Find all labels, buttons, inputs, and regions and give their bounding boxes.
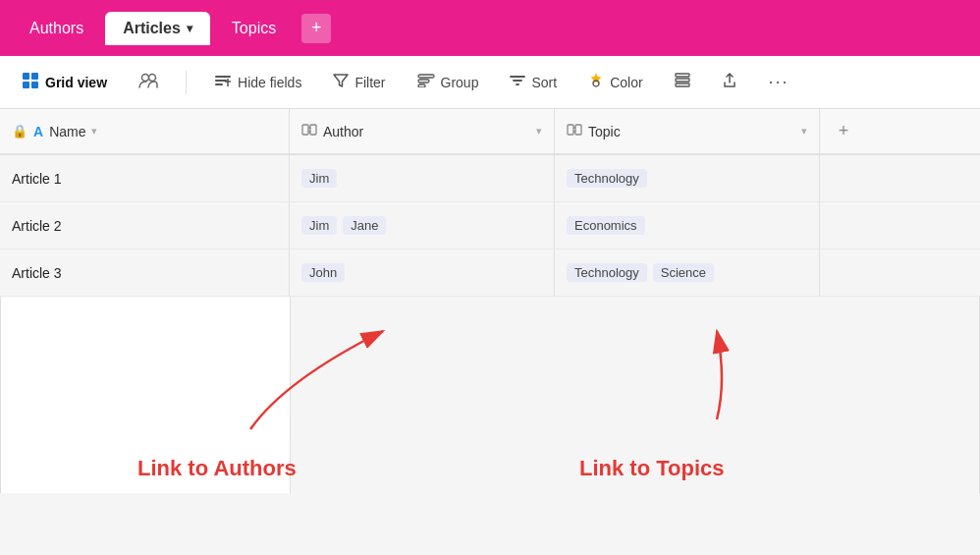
color-icon (588, 73, 604, 91)
svg-rect-19 (568, 125, 573, 135)
toolbar: Grid view Hide fields Filte (0, 56, 980, 109)
tag-science-row3[interactable]: Science (653, 263, 714, 282)
add-tab-button[interactable]: + (301, 14, 331, 43)
tab-authors[interactable]: Authors (12, 12, 101, 45)
tag-technology-row3[interactable]: Technology (567, 263, 647, 282)
sort-icon (510, 74, 525, 90)
hide-fields-icon (214, 73, 232, 91)
hide-fields-button[interactable]: Hide fields (208, 69, 307, 95)
filter-button[interactable]: Filter (327, 70, 391, 94)
svg-rect-9 (418, 80, 429, 83)
table-row: Article 1 Jim Technology (0, 155, 980, 202)
empty-name-col (1, 297, 291, 493)
author-col-link-icon (301, 123, 317, 139)
share-icon (722, 73, 737, 91)
svg-rect-15 (302, 125, 308, 135)
cell-article1-author[interactable]: Jim (290, 155, 555, 201)
tab-topics[interactable]: Topics (214, 12, 294, 45)
tab-articles-dropdown-icon: ▾ (187, 22, 192, 35)
empty-rest-col (291, 297, 979, 493)
tag-technology-row1[interactable]: Technology (567, 169, 647, 188)
group-button[interactable]: Group (411, 70, 485, 94)
filter-icon (333, 74, 349, 90)
tag-economics-row2[interactable]: Economics (567, 216, 645, 235)
share-button[interactable] (716, 69, 743, 95)
tab-articles[interactable]: Articles ▾ (105, 12, 210, 45)
table-row: Article 3 John Technology Science (0, 250, 980, 297)
svg-rect-20 (575, 125, 581, 135)
lock-icon: 🔒 (12, 124, 27, 139)
column-header-author[interactable]: Author ▾ (290, 109, 555, 153)
cell-article2-author[interactable]: Jim Jane (290, 202, 555, 249)
empty-rows-area (0, 297, 980, 493)
tag-jim-row1[interactable]: Jim (301, 169, 337, 188)
svg-rect-0 (23, 73, 29, 80)
topic-col-link-icon (567, 123, 582, 139)
cell-article3-name[interactable]: Article 3 (0, 250, 290, 296)
tab-bar: Authors Articles ▾ Topics + (0, 0, 980, 56)
more-options-icon: ··· (769, 72, 789, 92)
tag-jane-row2[interactable]: Jane (343, 216, 386, 235)
team-view-button[interactable] (133, 68, 164, 96)
table-header: 🔒 A Name ▾ Author ▾ (0, 109, 980, 155)
color-button[interactable]: Color (582, 69, 648, 95)
svg-rect-12 (676, 74, 689, 77)
column-header-topic[interactable]: Topic ▾ (555, 109, 820, 153)
svg-point-5 (149, 75, 156, 82)
name-col-sort-icon: ▾ (91, 125, 97, 138)
grid-view-button[interactable]: Grid view (16, 68, 113, 97)
topic-col-sort-icon: ▾ (801, 125, 807, 138)
grid-view-icon (22, 72, 39, 93)
svg-rect-14 (676, 83, 689, 86)
row-height-icon (675, 73, 690, 91)
svg-rect-13 (676, 79, 689, 82)
tag-john-row3[interactable]: John (301, 263, 345, 282)
name-col-type-icon: A (33, 124, 43, 139)
svg-rect-10 (418, 84, 425, 87)
svg-point-4 (142, 75, 149, 82)
cell-article1-topic[interactable]: Technology (555, 155, 820, 201)
row-height-button[interactable] (669, 69, 696, 95)
toolbar-separator-1 (186, 71, 187, 94)
cell-article3-author[interactable]: John (290, 250, 555, 296)
svg-rect-8 (418, 75, 434, 78)
cell-article3-topic[interactable]: Technology Science (555, 250, 820, 296)
svg-rect-1 (31, 73, 38, 80)
svg-rect-3 (31, 82, 38, 88)
more-options-button[interactable]: ··· (763, 68, 795, 96)
tag-jim-row2[interactable]: Jim (301, 216, 337, 235)
add-column-button[interactable]: + (820, 109, 867, 153)
cell-article2-topic[interactable]: Economics (555, 202, 820, 249)
column-header-name[interactable]: 🔒 A Name ▾ (0, 109, 290, 153)
author-col-sort-icon: ▾ (536, 125, 542, 138)
cell-article1-name[interactable]: Article 1 (0, 155, 290, 201)
svg-rect-2 (23, 82, 29, 88)
team-icon (138, 72, 158, 92)
cell-article2-name[interactable]: Article 2 (0, 202, 290, 249)
table-row: Article 2 Jim Jane Economics (0, 202, 980, 250)
svg-rect-16 (310, 125, 316, 135)
sort-button[interactable]: Sort (504, 70, 563, 94)
group-icon (417, 74, 435, 90)
table-wrapper: 🔒 A Name ▾ Author ▾ (0, 109, 980, 493)
